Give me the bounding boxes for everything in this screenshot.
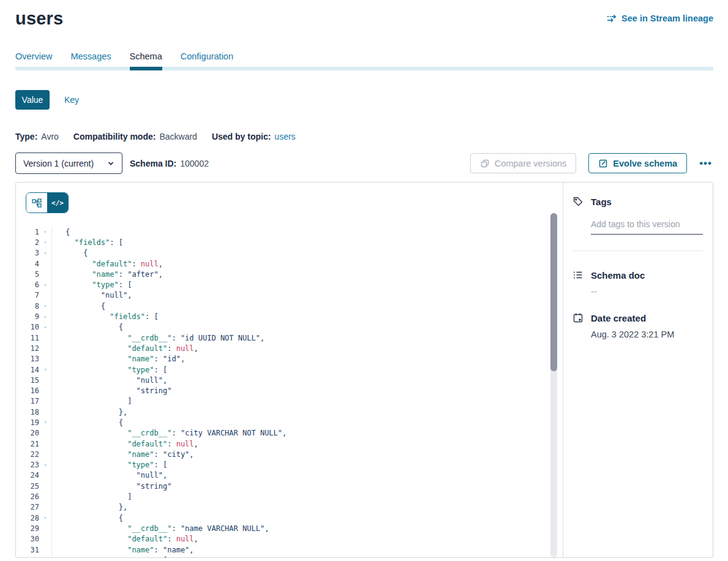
fold-toggle-icon[interactable]: ▾	[39, 314, 51, 320]
version-select-value: Version 1 (current)	[23, 159, 94, 168]
line-number: 13	[16, 355, 39, 363]
code-text: "string"	[52, 482, 171, 491]
fold-toggle-icon[interactable]: ▾	[39, 229, 51, 235]
code-text: {	[52, 249, 88, 257]
code-line: 18 },	[16, 407, 563, 417]
tab-overview[interactable]: Overview	[15, 51, 52, 67]
schema-sidebar: Tags Schema	[563, 183, 713, 557]
code-text: "default": null,	[52, 260, 163, 268]
code-text: "name": "id",	[52, 355, 185, 363]
tab-messages[interactable]: Messages	[70, 51, 111, 67]
tab-bar: Overview Messages Schema Configuration	[15, 51, 713, 70]
type-pair: Type: Avro	[15, 132, 59, 141]
compare-versions-label: Compare versions	[495, 159, 567, 168]
line-gutter: 1▾	[16, 227, 52, 237]
line-number: 20	[16, 429, 39, 437]
line-number: 9	[16, 312, 39, 321]
edit-icon	[598, 159, 608, 168]
fold-toggle-icon[interactable]: ▾	[39, 367, 51, 372]
code-line: 23▾ "type": [	[16, 460, 563, 470]
evolve-schema-button[interactable]: Evolve schema	[588, 153, 687, 173]
sidebar-divider	[572, 250, 703, 251]
fold-toggle-icon[interactable]: ▾	[39, 515, 51, 521]
code-text: "default": null,	[52, 535, 198, 543]
line-number: 6	[16, 280, 39, 289]
value-toggle-button[interactable]: Value	[15, 90, 50, 110]
code-line: 2▾ "fields": [	[16, 237, 563, 247]
code-text: "string"	[52, 386, 171, 395]
code-text: "name": "name",	[52, 546, 194, 554]
code-text: },	[52, 408, 127, 416]
line-number: 24	[16, 471, 39, 480]
line-gutter: 17	[16, 396, 52, 407]
line-gutter: 6▾	[16, 279, 52, 290]
line-gutter: 2▾	[16, 237, 52, 247]
version-select[interactable]: Version 1 (current)	[15, 152, 122, 174]
line-gutter: 14▾	[16, 364, 52, 375]
line-gutter: 7	[16, 290, 52, 301]
vertical-scrollbar-thumb[interactable]	[550, 213, 557, 371]
line-gutter: 18	[16, 407, 52, 417]
code-line: 7 "null",	[16, 290, 563, 301]
code-text: "__crdb__": "name VARCHAR NULL",	[52, 524, 269, 533]
line-number: 28	[16, 514, 39, 522]
fold-toggle-icon[interactable]: ▾	[39, 462, 51, 468]
line-number: 11	[16, 334, 39, 342]
code-line: 19▾ {	[16, 417, 563, 427]
code-text: {	[52, 418, 123, 427]
vertical-scrollbar-track[interactable]	[550, 213, 557, 557]
compare-versions-button[interactable]: Compare versions	[470, 153, 577, 173]
code-line: 13 "name": "id",	[16, 354, 563, 364]
topic-link[interactable]: users	[274, 132, 295, 141]
line-gutter: 3▾	[16, 248, 52, 258]
code-text: },	[52, 503, 127, 511]
key-toggle-link[interactable]: Key	[64, 95, 79, 105]
code-line: 24 "null",	[16, 470, 563, 481]
code-text: "null",	[52, 291, 132, 299]
tree-view-icon	[32, 198, 42, 208]
tree-view-button[interactable]	[26, 193, 47, 213]
compatibility-value: Backward	[159, 132, 197, 141]
fold-toggle-icon[interactable]: ▾	[39, 250, 51, 256]
line-number: 26	[16, 492, 39, 501]
line-gutter: 27	[16, 502, 52, 513]
line-number: 3	[16, 249, 39, 257]
line-number: 21	[16, 440, 39, 448]
line-gutter: 30	[16, 534, 52, 544]
fold-toggle-icon[interactable]: ▾	[39, 282, 51, 288]
fold-toggle-icon[interactable]: ▾	[39, 325, 51, 330]
line-number: 12	[16, 344, 39, 353]
code-line: 1▾{	[16, 227, 563, 237]
code-view-button[interactable]: </>	[47, 193, 68, 213]
fold-toggle-icon[interactable]: ▾	[39, 420, 51, 425]
date-created-header: Date created	[572, 312, 703, 323]
type-label: Type:	[15, 132, 37, 141]
fold-toggle-icon[interactable]: ▾	[39, 239, 51, 245]
tags-section: Tags	[572, 196, 703, 235]
used-by-topic-label: Used by topic:	[212, 132, 271, 141]
code-text: "__crdb__": "id UUID NOT NULL",	[52, 334, 265, 342]
fold-toggle-icon[interactable]: ▾	[39, 303, 51, 309]
page-title: users	[15, 9, 63, 29]
used-by-topic-pair: Used by topic: users	[212, 132, 296, 141]
code-text: "__crdb__": "city VARCHAR NOT NULL",	[52, 429, 287, 437]
schema-code-panel: </> 1▾{2▾ "fields": [3▾ {4 "default": nu…	[16, 183, 563, 557]
schema-doc-header: Schema doc	[572, 269, 703, 280]
add-tags-input[interactable]	[591, 216, 703, 235]
code-line: 25 "string"	[16, 481, 563, 491]
stream-lineage-icon	[607, 14, 617, 23]
more-actions-button[interactable]: •••	[698, 156, 713, 171]
compatibility-label: Compatibility mode:	[73, 132, 156, 141]
code-text: {	[52, 323, 123, 331]
schema-card: </> 1▾{2▾ "fields": [3▾ {4 "default": nu…	[15, 182, 713, 558]
page-header: users See in Stream lineage	[15, 9, 713, 29]
code-text: "null",	[52, 471, 167, 480]
calendar-plus-icon	[572, 312, 584, 323]
date-created-section: Date created Aug. 3 2022 3:21 PM	[572, 312, 703, 339]
tab-schema[interactable]: Schema	[130, 51, 162, 67]
tag-icon	[572, 196, 584, 207]
list-icon	[572, 269, 584, 280]
code-view-icon: </>	[51, 199, 64, 207]
see-in-stream-lineage-link[interactable]: See in Stream lineage	[607, 13, 713, 23]
tab-configuration[interactable]: Configuration	[181, 51, 233, 67]
